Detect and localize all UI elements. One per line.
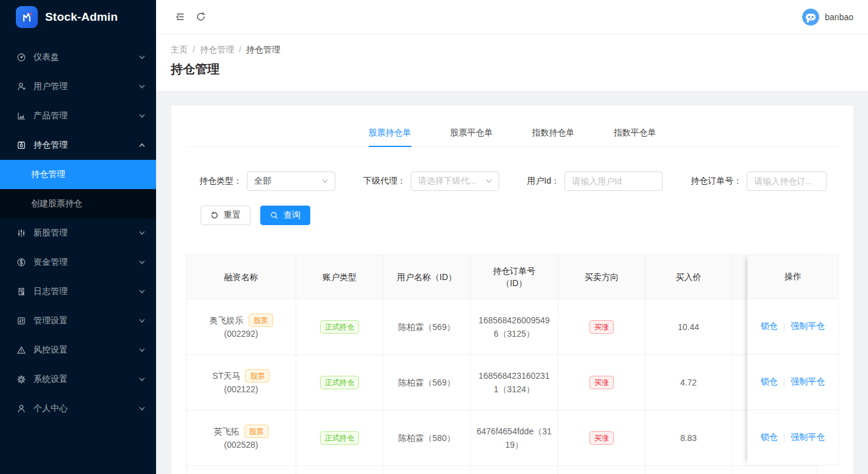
card: 股票持仓单 股票平仓单 指数持仓单 指数平仓单 持仓类型： 全部 下级代理： (171, 106, 853, 474)
agent-select[interactable]: 请选择下级代... (411, 171, 499, 191)
lock-position-link[interactable]: 锁仓 (761, 321, 778, 332)
col-buy-price: 买入价 (646, 255, 732, 300)
filter-bar: 持仓类型： 全部 下级代理： 请选择下级代... 用户Id： (199, 171, 827, 191)
app-logo: Stock-Admin (0, 0, 156, 34)
dollar-icon (16, 257, 26, 267)
refresh-button[interactable] (190, 7, 211, 27)
chevron-down-icon (139, 316, 145, 326)
table-header-row: 融资名称 账户类型 用户名称（ID） 持仓订单号（ID） 买卖方向 买入价 (187, 255, 817, 300)
page-title: 持仓管理 (171, 61, 853, 77)
account-type-tag: 正式持仓 (320, 376, 359, 389)
sidebar-item-products[interactable]: 产品管理 (0, 101, 156, 131)
chevron-down-icon (139, 404, 145, 414)
page-header: 主页 / 持仓管理 / 持仓管理 持仓管理 (156, 34, 868, 91)
sidebar-item-system-settings[interactable]: 系统设置 (0, 365, 156, 394)
menu-fold-icon (175, 12, 185, 22)
actions-fixed-column: 操作 锁仓 | 强制平仓 锁仓 | 强制平仓 锁仓 | 强制平仓 (747, 254, 839, 465)
table-main: 融资名称 账户类型 用户名称（ID） 持仓订单号（ID） 买卖方向 买入价 奥飞… (186, 254, 817, 474)
sidebar-item-logs[interactable]: 日志管理 (0, 277, 156, 306)
product-chart-icon (16, 111, 26, 121)
warning-icon (16, 345, 26, 355)
order-no-input[interactable] (754, 176, 819, 186)
username: banbao (825, 12, 853, 22)
chevron-down-icon (486, 176, 492, 186)
tab-stock-closed[interactable]: 股票平仓单 (450, 120, 493, 146)
col-actions: 操作 (747, 254, 839, 299)
breadcrumb: 主页 / 持仓管理 / 持仓管理 (171, 45, 853, 56)
breadcrumb-current: 持仓管理 (246, 45, 280, 56)
reload-icon (196, 12, 206, 22)
user-id-input[interactable] (572, 176, 655, 186)
chevron-down-icon (322, 176, 328, 186)
account-type-tag: 正式持仓 (320, 320, 359, 334)
account-type-tag: 正式持仓 (320, 431, 359, 445)
chevron-down-icon (139, 375, 145, 384)
row-actions: 锁仓 | 强制平仓 (747, 410, 839, 465)
control-panel-icon (16, 316, 26, 326)
sidebar-item-profile[interactable]: 个人中心 (0, 394, 156, 423)
filter-agent: 下级代理： 请选择下级代... (363, 171, 499, 191)
sidebar-item-new-stock[interactable]: 新股管理 (0, 218, 156, 248)
reset-icon (210, 211, 219, 220)
filter-user-id: 用户Id： (527, 171, 663, 191)
sidebar-subitem-create-stock-position[interactable]: 创建股票持仓 (0, 189, 156, 218)
chevron-down-icon (139, 228, 145, 238)
chevron-down-icon (139, 257, 145, 267)
sidebar-nav: 仪表盘 用户管理 产品管理 持仓管理 持仓管理 创建股票持仓 (0, 43, 156, 423)
search-icon (270, 211, 279, 220)
sidebar-item-funds[interactable]: 资金管理 (0, 248, 156, 277)
lock-position-link[interactable]: 锁仓 (761, 376, 778, 387)
col-direction: 买卖方向 (558, 255, 646, 300)
sidebar-item-admin-settings[interactable]: 管理设置 (0, 306, 156, 336)
sidebar: Stock-Admin 仪表盘 用户管理 产品管理 持仓管理 持仓管理 (0, 0, 156, 474)
tab-stock-open[interactable]: 股票持仓单 (369, 120, 411, 146)
table-row-partial (187, 466, 817, 474)
tabbar: 股票持仓单 股票平仓单 指数持仓单 指数平仓单 (186, 120, 839, 147)
avatar (802, 9, 819, 26)
position-type-select[interactable]: 全部 (247, 171, 335, 191)
sidebar-subitem-position-management[interactable]: 持仓管理 (0, 160, 156, 189)
sidebar-collapse-button[interactable] (169, 7, 190, 27)
top-navbar: banbao (156, 0, 868, 34)
app-logo-icon (16, 6, 38, 28)
col-user: 用户名称（ID） (383, 255, 471, 300)
force-close-link[interactable]: 强制平仓 (791, 376, 825, 387)
filter-actions: 重置 查询 (201, 206, 839, 225)
table-row: 奥飞娱乐股票(002292) 正式持仓 陈柏霖（569） 16856842600… (187, 300, 817, 355)
tab-index-closed[interactable]: 指数平仓单 (614, 120, 656, 146)
row-actions: 锁仓 | 强制平仓 (747, 299, 839, 354)
chevron-down-icon (139, 345, 145, 355)
stock-tag: 股票 (249, 314, 273, 327)
sidebar-item-dashboard[interactable]: 仪表盘 (0, 43, 156, 72)
sidebar-item-positions[interactable]: 持仓管理 (0, 131, 156, 160)
reset-button[interactable]: 重置 (201, 206, 251, 225)
row-actions: 锁仓 | 强制平仓 (747, 354, 839, 410)
sidebar-item-risk-settings[interactable]: 风控设置 (0, 336, 156, 365)
user-menu[interactable]: banbao (802, 9, 853, 26)
direction-tag: 买涨 (589, 376, 614, 389)
content: 股票持仓单 股票平仓单 指数持仓单 指数平仓单 持仓类型： 全部 下级代理： (156, 91, 868, 474)
breadcrumb-home[interactable]: 主页 (171, 45, 188, 56)
breadcrumb-positions[interactable]: 持仓管理 (200, 45, 234, 56)
gear-icon (16, 375, 26, 384)
force-close-link[interactable]: 强制平仓 (791, 432, 825, 443)
chevron-down-icon (139, 287, 145, 296)
tab-index-open[interactable]: 指数持仓单 (532, 120, 575, 146)
search-button[interactable]: 查询 (260, 206, 310, 225)
log-file-icon (16, 287, 26, 296)
col-name: 融资名称 (187, 255, 296, 300)
table-row: ST天马股票(002122) 正式持仓 陈柏霖（569） 16856842316… (187, 355, 817, 411)
col-order: 持仓订单号（ID） (471, 255, 558, 300)
direction-tag: 买涨 (589, 320, 614, 334)
person-icon (16, 404, 26, 414)
positions-table: 融资名称 账户类型 用户名称（ID） 持仓订单号（ID） 买卖方向 买入价 奥飞… (186, 254, 839, 474)
stock-tag: 股票 (245, 369, 269, 382)
lock-position-link[interactable]: 锁仓 (761, 432, 778, 443)
force-close-link[interactable]: 强制平仓 (791, 321, 825, 332)
filter-position-type: 持仓类型： 全部 (199, 171, 335, 191)
filter-order-no: 持仓订单号： (691, 171, 827, 191)
stock-tag: 股票 (244, 425, 269, 438)
sidebar-item-users[interactable]: 用户管理 (0, 72, 156, 101)
chevron-down-icon (139, 111, 145, 121)
candlestick-icon (16, 228, 26, 238)
